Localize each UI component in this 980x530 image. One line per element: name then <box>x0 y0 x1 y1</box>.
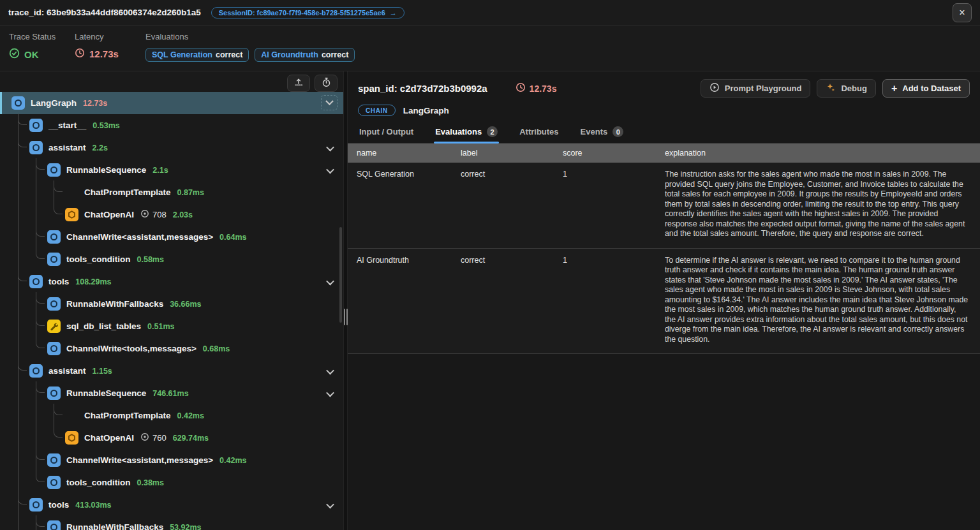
span-duration: 629.74ms <box>173 434 209 443</box>
tab-evaluations[interactable]: Evaluations2 <box>434 120 499 143</box>
eval-pill-sql-generation[interactable]: SQL Generationcorrect <box>145 48 249 62</box>
span-label: sql_db_list_tables <box>66 321 141 331</box>
tree-elbow-connector <box>18 114 27 125</box>
timeline-view-button[interactable] <box>315 75 338 92</box>
tree-row-tools-condition[interactable]: tools_condition0.38ms <box>0 471 343 494</box>
tree-row-chatopenai[interactable]: ChatOpenAI7082.03s <box>0 203 343 226</box>
tree-guide-line <box>18 471 19 494</box>
tree-row-chatprompttemplate[interactable]: ChatPromptTemplate0.87ms <box>0 181 343 203</box>
tab-label: Attributes <box>519 127 558 136</box>
eval-label: correct <box>461 256 563 345</box>
span-duration: 0.68ms <box>203 344 230 353</box>
latency-block: Latency 12.73s <box>75 32 145 64</box>
tree-elbow-connector <box>36 381 45 393</box>
eval-pill-name: AI Groundtruth <box>261 50 318 59</box>
span-kind-badge: CHAIN <box>358 105 396 116</box>
span-label: tools <box>48 277 69 286</box>
tree-row-channelwrite-assistant-messages[interactable]: ChannelWrite<assistant,messages>0.42ms <box>0 449 343 471</box>
tree-row-channelwrite-assistant-messages[interactable]: ChannelWrite<assistant,messages>0.64ms <box>0 226 343 248</box>
tree-row-langgraph[interactable]: LangGraph12.73s <box>0 92 343 114</box>
plus-icon: + <box>891 83 897 94</box>
session-id-pill[interactable]: SessionID: fc89ae70-f7f9-458e-b728-5f512… <box>211 7 405 18</box>
chain-span-icon <box>47 253 61 266</box>
tree-scrollbar-thumb[interactable] <box>339 227 342 323</box>
tab-attributes[interactable]: Attributes <box>518 120 560 143</box>
chain-span-icon <box>47 520 61 530</box>
stopwatch-icon <box>322 77 331 89</box>
chevron-down-icon[interactable] <box>326 166 334 174</box>
chain-span-icon <box>47 297 61 311</box>
chevron-down-icon[interactable] <box>326 277 334 286</box>
span-duration: 0.53ms <box>93 121 119 130</box>
collapse-toggle[interactable] <box>321 95 338 110</box>
tree-elbow-connector <box>54 426 63 438</box>
collapse-all-button[interactable] <box>287 75 310 92</box>
tree-row-assistant[interactable]: assistant2.2s <box>0 136 343 159</box>
span-duration: 0.87ms <box>177 188 204 197</box>
topbar: trace_id: 63be9b33a44ddf86006374e2d260b1… <box>0 0 980 26</box>
tree-row-sql-db-list-tables[interactable]: sql_db_list_tables0.51ms <box>0 315 343 337</box>
chain-span-icon <box>47 230 61 244</box>
tree-row-runnablesequence[interactable]: RunnableSequence746.61ms <box>0 382 343 404</box>
span-latency-value: 12.73s <box>530 84 557 94</box>
tree-elbow-connector <box>18 270 27 281</box>
chain-span-icon <box>47 163 61 177</box>
eval-explanation: The instruction asks for the sales agent… <box>665 170 980 239</box>
tree-row-chatprompttemplate[interactable]: ChatPromptTemplate0.42ms <box>0 404 343 427</box>
tokens-icon <box>140 432 149 443</box>
span-label: tools_condition <box>66 254 131 264</box>
selection-indicator <box>0 92 2 114</box>
chevron-down-icon[interactable] <box>326 501 334 509</box>
tree-row-tools-condition[interactable]: tools_condition0.58ms <box>0 248 343 270</box>
tree-guide-line <box>36 203 36 226</box>
tree-row-runnablesequence[interactable]: RunnableSequence2.1s <box>0 159 343 181</box>
token-count-value: 708 <box>152 210 167 219</box>
span-duration: 12.73s <box>83 99 107 108</box>
debug-button[interactable]: Debug <box>817 79 875 98</box>
tree-elbow-connector <box>18 493 27 504</box>
eval-table-body: SQL Generationcorrect1The instruction as… <box>348 163 980 354</box>
tab-events[interactable]: Events0 <box>579 120 625 143</box>
span-label: ChannelWrite<assistant,messages> <box>66 455 213 465</box>
prompt-playground-button[interactable]: Prompt Playground <box>701 79 811 98</box>
tree-row-channelwrite-tools-messages[interactable]: ChannelWrite<tools,messages>0.68ms <box>0 337 343 360</box>
span-duration: 2.2s <box>93 144 108 152</box>
clock-icon <box>75 48 85 60</box>
token-count-value: 760 <box>152 433 167 443</box>
eval-pill-ai-groundtruth[interactable]: AI Groundtruthcorrect <box>255 48 355 62</box>
span-label: ChannelWrite<assistant,messages> <box>66 232 213 242</box>
span-label: __start__ <box>48 121 86 130</box>
tab-label: Input / Output <box>359 127 413 136</box>
span-duration: 413.03ms <box>75 501 111 510</box>
add-to-dataset-button[interactable]: + Add to Dataset <box>882 79 970 98</box>
span-label: ChannelWrite<tools,messages> <box>66 344 197 353</box>
eval-label: correct <box>461 170 563 239</box>
chevron-down-icon[interactable] <box>326 144 334 152</box>
close-icon: × <box>959 7 965 18</box>
tab-input-output[interactable]: Input / Output <box>358 120 415 143</box>
span-duration: 108.29ms <box>75 277 111 286</box>
panel-resize-handle[interactable] <box>344 309 348 325</box>
tree-elbow-connector <box>18 136 27 147</box>
eval-row-ai-groundtruth: AI Groundtruthcorrect1To determine if th… <box>348 249 980 355</box>
tree-row-start[interactable]: __start__0.53ms <box>0 114 343 136</box>
tab-count-badge: 0 <box>612 126 623 137</box>
close-button[interactable]: × <box>953 3 972 22</box>
tree-elbow-connector <box>36 471 45 482</box>
tree-row-chatopenai[interactable]: ChatOpenAI760629.74ms <box>0 427 343 449</box>
column-header-name: name <box>348 149 461 158</box>
chevron-down-icon[interactable] <box>326 367 334 375</box>
tree-row-tools[interactable]: tools108.29ms <box>0 270 343 293</box>
tab-count-badge: 2 <box>487 126 498 137</box>
tree-elbow-connector <box>36 314 45 326</box>
span-tree: LangGraph12.73s__start__0.53msassistant2… <box>0 92 343 530</box>
tree-row-tools[interactable]: tools413.03ms <box>0 494 343 516</box>
tree-guide-line <box>18 293 19 315</box>
tree-guide-line <box>18 427 19 449</box>
tree-row-runnablewithfallbacks[interactable]: RunnableWithFallbacks53.92ms <box>0 516 343 530</box>
tree-row-assistant[interactable]: assistant1.15s <box>0 360 343 382</box>
chevron-down-icon[interactable] <box>326 389 334 397</box>
tree-row-runnablewithfallbacks[interactable]: RunnableWithFallbacks36.66ms <box>0 293 343 315</box>
chain-span-icon <box>29 364 43 378</box>
llm-span-icon <box>65 431 78 445</box>
